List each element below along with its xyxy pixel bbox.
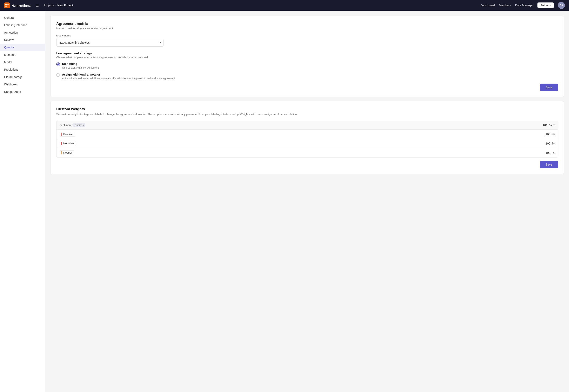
breadcrumb-parent[interactable]: Projects [44, 4, 54, 7]
value-neutral: 100 [545, 151, 550, 154]
svg-rect-2 [5, 6, 7, 7]
value-negative: 100 [545, 142, 550, 145]
radio-assign-annotator[interactable]: Assign additional annotator Automaticall… [56, 73, 558, 80]
weights-value-negative: 100 % [545, 142, 554, 145]
custom-weights-save-button[interactable]: Save [540, 161, 558, 168]
weights-tag-badge: Choices [73, 123, 85, 127]
sidebar-item-danger-zone[interactable]: Danger Zone [0, 88, 45, 96]
label-color-neutral [61, 151, 62, 154]
agreement-title: Agreement metric [56, 22, 558, 26]
nav-data-manager[interactable]: Data Manager [515, 4, 534, 7]
custom-weights-card: Custom weights Set custom weights for ta… [50, 101, 564, 174]
custom-weights-title: Custom weights [56, 107, 558, 111]
label-color-negative [61, 142, 62, 145]
sidebar-item-review[interactable]: Review [0, 36, 45, 44]
label-negative: Negative [60, 141, 76, 146]
unit-negative: % [552, 142, 554, 145]
page-layout: General Labeling Interface Annotation Re… [0, 11, 569, 392]
weights-value-positive: 100 % [545, 133, 554, 136]
radio-desc-do-nothing: Ignores tasks with low agreement [62, 66, 99, 70]
weights-row-positive: Positive 100 % [57, 130, 558, 139]
logo-icon [4, 2, 10, 8]
radio-btn-do-nothing[interactable] [56, 62, 60, 66]
breadcrumb-separator: / [55, 4, 56, 7]
strategy-subtitle: Choose what happens when a task's agreem… [56, 56, 558, 59]
label-neutral: Neutral [60, 150, 74, 155]
svg-rect-0 [5, 4, 7, 5]
radio-label-assign-annotator: Assign additional annotator [62, 73, 175, 76]
radio-do-nothing[interactable]: Do nothing Ignores tasks with low agreem… [56, 62, 558, 70]
agreement-metric-card: Agreement metric Method used to calculat… [50, 16, 564, 97]
metric-select[interactable]: Exact matching choices Percentage matchi… [56, 39, 164, 46]
breadcrumb: Projects / New Project [44, 4, 73, 7]
sidebar-item-predictions[interactable]: Predictions [0, 66, 45, 73]
unit-neutral: % [552, 151, 554, 154]
strategy-radio-group: Do nothing Ignores tasks with low agreem… [56, 62, 558, 80]
nav-members[interactable]: Members [499, 4, 511, 7]
sidebar-item-webhooks[interactable]: Webhooks [0, 81, 45, 88]
metric-select-wrapper: Exact matching choices Percentage matchi… [56, 39, 164, 46]
sidebar-item-general[interactable]: General [0, 14, 45, 21]
sidebar-item-model[interactable]: Model [0, 58, 45, 66]
main-content: Agreement metric Method used to calculat… [45, 11, 569, 392]
label-color-positive [61, 133, 62, 136]
weights-header-row[interactable]: sentiment Choices 100 % ▾ [57, 121, 558, 130]
weights-row-negative: Negative 100 % [57, 139, 558, 148]
sidebar-item-quality[interactable]: Quality [0, 44, 45, 51]
breadcrumb-current: New Project [57, 4, 73, 7]
weights-header-value: 100 % ▾ [543, 124, 554, 127]
weights-tag-unit: % [549, 124, 552, 127]
weights-row-neutral: Neutral 100 % [57, 148, 558, 157]
agreement-subtitle: Method used to calculate annotation agre… [56, 27, 558, 30]
nav-dashboard[interactable]: Dashboard [481, 4, 495, 7]
value-positive: 100 [545, 133, 550, 136]
svg-rect-1 [7, 4, 9, 5]
expand-icon[interactable]: ▾ [553, 124, 554, 127]
settings-button[interactable]: Settings [538, 2, 554, 8]
app-logo: HumanSignal [4, 2, 31, 8]
hamburger-icon[interactable]: ☰ [35, 3, 39, 8]
custom-weights-description: Set custom weights for tags and labels t… [56, 112, 558, 116]
unit-positive: % [552, 133, 554, 136]
radio-label-do-nothing: Do nothing [62, 62, 99, 66]
label-name-positive: Positive [63, 133, 73, 136]
label-name-negative: Negative [63, 142, 74, 145]
label-positive: Positive [60, 132, 75, 137]
radio-btn-assign-annotator[interactable] [56, 73, 60, 77]
avatar[interactable]: CA [558, 2, 565, 9]
sidebar-item-annotation[interactable]: Annotation [0, 29, 45, 36]
sidebar: General Labeling Interface Annotation Re… [0, 11, 45, 392]
strategy-title: Low agreement strategy [56, 52, 558, 55]
weights-tag-name: sentiment [60, 124, 71, 127]
top-navigation: HumanSignal ☰ Projects / New Project Das… [0, 0, 569, 11]
sidebar-item-cloud-storage[interactable]: Cloud Storage [0, 73, 45, 81]
metric-field-label: Metric name [56, 34, 558, 37]
sidebar-item-labeling-interface[interactable]: Labeling Interface [0, 21, 45, 29]
weights-value-neutral: 100 % [545, 151, 554, 154]
weights-table: sentiment Choices 100 % ▾ Positive [56, 121, 558, 157]
weights-tag-value: 100 [543, 124, 547, 127]
sidebar-item-members[interactable]: Members [0, 51, 45, 58]
agreement-save-button[interactable]: Save [540, 84, 558, 91]
top-nav-right: Dashboard Members Data Manager Settings … [481, 2, 565, 9]
label-name-neutral: Neutral [63, 151, 72, 154]
radio-desc-assign-annotator: Automatically assigns an additional anno… [62, 77, 175, 80]
